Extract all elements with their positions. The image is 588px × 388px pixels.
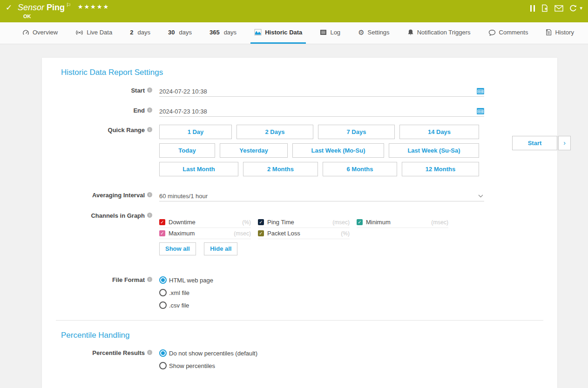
radio-unselected[interactable] — [159, 289, 167, 296]
status-badge: OK — [23, 13, 31, 19]
tab-comments[interactable]: Comments — [485, 22, 532, 44]
calendar-icon[interactable] — [477, 107, 484, 115]
show-all-button[interactable]: Show all — [159, 242, 196, 255]
pause-icon[interactable] — [530, 5, 535, 12]
flag-icon[interactable]: ⚐ — [66, 2, 71, 8]
channel-ping-time[interactable]: ✓ Ping Time (msec) — [258, 217, 350, 228]
radio-unselected[interactable] — [159, 362, 167, 369]
info-icon: i — [147, 350, 152, 355]
channel-checkbox[interactable]: ✓ — [258, 230, 264, 236]
tab-label: History — [555, 29, 574, 36]
caret-down-icon[interactable]: ▾ — [580, 5, 582, 11]
tab-historic-data[interactable]: Historic Data — [250, 22, 306, 44]
channel-checkbox[interactable]: ✓ — [357, 219, 363, 225]
gear-icon: ⚙ — [358, 29, 364, 36]
start-date-input[interactable]: 2024-07-22 10:38 — [159, 87, 484, 97]
hide-all-button[interactable]: Hide all — [204, 242, 237, 255]
section-title-percentile-handling: Percentile Handling — [61, 331, 129, 340]
channel-checkbox[interactable]: ✓ — [159, 219, 165, 225]
quick-range-last-week-su-sa-button[interactable]: Last Week (Su-Sa) — [389, 143, 479, 158]
end-label: Endi — [42, 107, 152, 114]
radio-selected[interactable] — [159, 349, 167, 357]
tab-label: days — [137, 29, 150, 36]
history-icon — [546, 29, 552, 36]
channel-checkbox[interactable]: ✓ — [159, 230, 165, 236]
tab-2-days[interactable]: 2 days — [126, 22, 154, 44]
sensor-title: SensorPing⚐★★★★★ — [18, 2, 109, 13]
quick-range-last-week-mo-su-button[interactable]: Last Week (Mo-Su) — [292, 143, 384, 158]
start-button[interactable]: Start — [512, 136, 557, 150]
channel-unit: (%) — [341, 230, 350, 237]
sensor-header: ✓ SensorPing⚐★★★★★ OK ▾ — [0, 0, 588, 22]
quick-range-buttons: 1 Day 2 Days 7 Days 14 Days Today Yester… — [159, 125, 479, 181]
tab-log[interactable]: Log — [316, 22, 344, 44]
channel-checkbox[interactable]: ✓ — [258, 219, 264, 225]
channel-unit: (msec) — [431, 219, 448, 226]
channel-unit: (msec) — [332, 219, 350, 226]
content-card: Historic Data Report Settings Starti 202… — [42, 58, 557, 388]
tab-30-days[interactable]: 30 days — [164, 22, 196, 44]
priority-stars[interactable]: ★★★★★ — [78, 3, 109, 10]
quick-range-12-months-button[interactable]: 12 Months — [402, 162, 479, 176]
tab-label: Log — [330, 29, 340, 36]
quick-range-7-days-button[interactable]: 7 Days — [318, 125, 395, 139]
channels-grid: ✓ Downtime (%) ✓ Ping Time (msec) ✓ Mini… — [159, 217, 448, 239]
report-page-icon[interactable] — [541, 4, 548, 12]
sensor-name: Ping — [47, 3, 65, 12]
tab-label: Live Data — [87, 29, 112, 36]
file-format-option-xml[interactable]: .xml file — [159, 288, 213, 297]
channel-minimum[interactable]: ✓ Minimum (msec) — [357, 217, 448, 228]
quick-range-1-day-button[interactable]: 1 Day — [159, 125, 232, 139]
file-format-option-csv[interactable]: .csv file — [159, 301, 213, 310]
quick-range-last-month-button[interactable]: Last Month — [159, 162, 238, 176]
tab-overview[interactable]: Overview — [19, 22, 61, 44]
file-format-option-html[interactable]: HTML web page — [159, 275, 213, 285]
percentile-options: Do not show percentiles (default) Show p… — [159, 348, 257, 374]
tab-label: Notification Triggers — [417, 29, 471, 36]
quick-range-today-button[interactable]: Today — [159, 143, 215, 158]
section-title-historic-data-report-settings: Historic Data Report Settings — [61, 68, 163, 77]
quick-range-label: Quick Rangei — [42, 127, 152, 134]
chevron-down-icon — [478, 194, 483, 198]
quick-range-6-months-button[interactable]: 6 Months — [323, 162, 397, 176]
area-chart-icon — [254, 29, 262, 36]
tab-365-days[interactable]: 365 days — [206, 22, 240, 44]
calendar-icon[interactable] — [477, 87, 484, 95]
file-format-label: File Formati — [42, 276, 152, 284]
tab-label: Historic Data — [265, 29, 302, 36]
percentile-results-label: Percentile Resultsi — [42, 349, 152, 357]
channels-in-graph-label: Channels in Graphi — [42, 212, 152, 220]
refresh-icon[interactable] — [569, 5, 577, 12]
expand-chevron-button[interactable]: › — [558, 136, 571, 150]
channel-unit: (msec) — [234, 230, 251, 237]
percentile-option-show[interactable]: Show percentiles — [159, 361, 257, 370]
tab-live-data[interactable]: Live Data — [72, 22, 116, 44]
tab-label: Overview — [33, 29, 58, 36]
info-icon: i — [147, 213, 152, 218]
file-format-options: HTML web page .xml file .csv file — [159, 275, 213, 313]
info-icon: i — [147, 192, 152, 197]
averaging-interval-select[interactable]: 60 minutes/1 hour — [159, 192, 484, 201]
channel-packet-loss[interactable]: ✓ Packet Loss (%) — [258, 228, 350, 239]
radio-unselected[interactable] — [159, 301, 167, 309]
channel-downtime[interactable]: ✓ Downtime (%) — [159, 217, 251, 228]
quick-range-2-days-button[interactable]: 2 Days — [237, 125, 313, 139]
channel-empty-cell — [357, 228, 448, 239]
channel-maximum[interactable]: ✓ Maximum (msec) — [159, 228, 251, 239]
tab-notification-triggers[interactable]: Notification Triggers — [404, 22, 474, 44]
quick-range-2-months-button[interactable]: 2 Months — [243, 162, 318, 176]
quick-range-14-days-button[interactable]: 14 Days — [399, 125, 479, 139]
quick-range-yesterday-button[interactable]: Yesterday — [220, 143, 288, 158]
tab-label: days — [179, 29, 191, 36]
end-date-input[interactable]: 2024-07-23 10:38 — [159, 107, 484, 117]
start-label: Starti — [42, 87, 152, 94]
tab-history[interactable]: History — [542, 22, 577, 44]
averaging-interval-label: Averaging Intervali — [42, 192, 152, 199]
section-divider — [56, 320, 543, 321]
status-ok-check-icon: ✓ — [6, 3, 12, 13]
start-button-group: Start › — [512, 136, 571, 150]
tab-settings[interactable]: ⚙ Settings — [354, 22, 393, 44]
email-icon[interactable] — [554, 5, 563, 12]
radio-selected[interactable] — [159, 276, 167, 284]
percentile-option-do-not-show[interactable]: Do not show percentiles (default) — [159, 348, 257, 358]
